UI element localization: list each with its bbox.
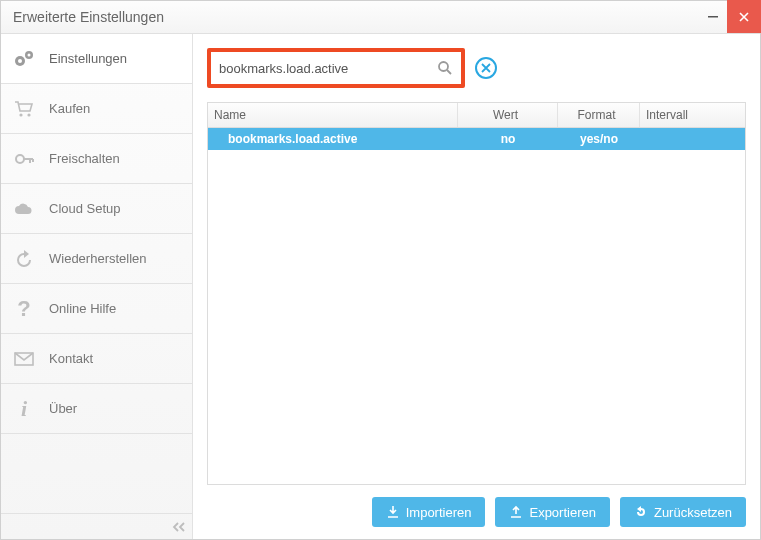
- sidebar-item-label: Freischalten: [49, 151, 120, 166]
- minimize-button[interactable]: [699, 6, 727, 28]
- sidebar-item-label: Cloud Setup: [49, 201, 121, 216]
- import-label: Importieren: [406, 505, 472, 520]
- sidebar-item-label: Online Hilfe: [49, 301, 116, 316]
- svg-rect-0: [708, 16, 718, 18]
- cell-name: bookmarks.load.active: [208, 132, 458, 146]
- sidebar-item-cloud[interactable]: Cloud Setup: [1, 184, 192, 234]
- table-body: bookmarks.load.active no yes/no: [208, 128, 745, 484]
- svg-point-5: [19, 113, 22, 116]
- info-icon: i: [11, 396, 37, 422]
- titlebar: Erweiterte Einstellungen: [1, 1, 760, 34]
- cell-format: yes/no: [558, 132, 640, 146]
- clear-search-button[interactable]: [475, 57, 497, 79]
- column-wert[interactable]: Wert: [458, 103, 558, 127]
- sidebar-item-label: Kaufen: [49, 101, 90, 116]
- reset-button[interactable]: Zurücksetzen: [620, 497, 746, 527]
- window: { "window": { "title": "Erweiterte Einst…: [0, 0, 761, 540]
- export-label: Exportieren: [529, 505, 595, 520]
- reset-icon: [634, 505, 648, 519]
- import-icon: [386, 505, 400, 519]
- search-row: [207, 48, 746, 88]
- export-icon: [509, 505, 523, 519]
- restore-icon: [11, 249, 37, 269]
- svg-point-7: [16, 155, 24, 163]
- sidebar-item-unlock[interactable]: Freischalten: [1, 134, 192, 184]
- sidebar-item-contact[interactable]: Kontakt: [1, 334, 192, 384]
- table-header: Name Wert Format Intervall: [208, 103, 745, 128]
- search-input[interactable]: [211, 61, 437, 76]
- cell-wert: no: [458, 132, 558, 146]
- search-box: [207, 48, 465, 88]
- column-format[interactable]: Format: [558, 103, 640, 127]
- import-button[interactable]: Importieren: [372, 497, 486, 527]
- reset-label: Zurücksetzen: [654, 505, 732, 520]
- sidebar-item-label: Über: [49, 401, 77, 416]
- window-title: Erweiterte Einstellungen: [13, 9, 699, 25]
- svg-point-2: [18, 59, 22, 63]
- column-name[interactable]: Name: [208, 103, 458, 127]
- body: Einstellungen Kaufen Freischalten Cloud …: [1, 34, 760, 539]
- footer-actions: Importieren Exportieren Zurücksetzen: [207, 485, 746, 527]
- gears-icon: [11, 49, 37, 69]
- key-icon: [11, 149, 37, 169]
- table-row[interactable]: bookmarks.load.active no yes/no: [208, 128, 745, 150]
- mail-icon: [11, 349, 37, 369]
- sidebar-item-label: Wiederherstellen: [49, 251, 147, 266]
- sidebar-collapse[interactable]: [1, 513, 192, 539]
- question-icon: ?: [11, 296, 37, 322]
- sidebar-item-help[interactable]: ? Online Hilfe: [1, 284, 192, 334]
- sidebar-item-label: Einstellungen: [49, 51, 127, 66]
- search-icon[interactable]: [437, 60, 453, 76]
- sidebar-item-restore[interactable]: Wiederherstellen: [1, 234, 192, 284]
- cloud-icon: [11, 199, 37, 219]
- export-button[interactable]: Exportieren: [495, 497, 609, 527]
- sidebar-item-about[interactable]: i Über: [1, 384, 192, 434]
- column-intervall[interactable]: Intervall: [640, 103, 745, 127]
- close-button[interactable]: [727, 0, 761, 33]
- sidebar-item-buy[interactable]: Kaufen: [1, 84, 192, 134]
- settings-table: Name Wert Format Intervall bookmarks.loa…: [207, 102, 746, 485]
- sidebar-item-label: Kontakt: [49, 351, 93, 366]
- svg-point-9: [439, 62, 448, 71]
- sidebar: Einstellungen Kaufen Freischalten Cloud …: [1, 34, 193, 539]
- main: Name Wert Format Intervall bookmarks.loa…: [193, 34, 760, 539]
- cart-icon: [11, 99, 37, 119]
- svg-point-6: [27, 113, 30, 116]
- svg-point-4: [28, 53, 31, 56]
- sidebar-item-settings[interactable]: Einstellungen: [1, 34, 192, 84]
